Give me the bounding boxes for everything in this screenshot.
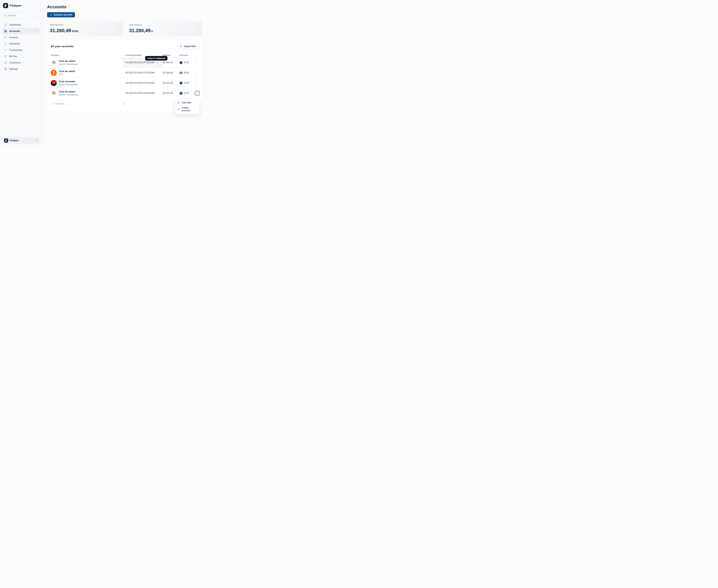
row-kebab-menu-icon[interactable] xyxy=(195,71,199,75)
sidebar-item-dashboard[interactable]: Dashboard xyxy=(2,22,40,28)
sidebar-item-accounts[interactable]: Accounts xyxy=(2,28,40,34)
card-label: RON amount xyxy=(50,24,120,26)
row-kebab-menu-icon[interactable] xyxy=(195,61,199,64)
summary-cards: RON amount 31.280,49RON EUR amount 31.28… xyxy=(47,21,202,36)
edit-icon xyxy=(177,101,180,104)
connect-account-label: Connect account xyxy=(54,14,72,16)
menu-item-unlink-account[interactable]: Unlink account xyxy=(175,105,200,113)
users-icon xyxy=(4,61,7,64)
finalyer-logo-icon xyxy=(4,139,8,143)
sort-desc-icon xyxy=(59,54,62,56)
sidebar-nav: Dashboard Accounts xyxy=(2,22,40,72)
trash-icon xyxy=(177,108,180,111)
account-bank: Banca Transilvania xyxy=(59,63,78,66)
menu-item-label: Unlink account xyxy=(182,106,197,112)
account-name: Cont de salarii xyxy=(59,90,78,93)
search-box[interactable] xyxy=(2,13,40,18)
account-number-cell[interactable]: RO10BTRLEURCRT029394 xyxy=(125,78,163,88)
svg-text:BT: BT xyxy=(53,92,55,94)
account-balance: 50.304,40 xyxy=(163,92,179,94)
search-input[interactable] xyxy=(8,14,38,17)
chevron-down-icon xyxy=(36,30,38,32)
previous-page-button[interactable]: Previous xyxy=(51,103,65,105)
connect-account-button[interactable]: Connect account xyxy=(47,12,75,17)
filter-icon xyxy=(180,45,183,48)
row-kebab-menu-icon[interactable] xyxy=(195,81,199,85)
up-down-chevron-icon xyxy=(36,139,38,142)
card-arrow-up-icon xyxy=(4,55,7,58)
page-number[interactable]: 1 xyxy=(124,103,125,105)
eu-flag-icon xyxy=(179,91,183,95)
red-black-bank-logo xyxy=(51,80,57,86)
account-number: RO10BTRLRONCRT029394 xyxy=(125,71,155,74)
account-number-cell[interactable]: RO10BTRLRONCRT029394 xyxy=(125,88,163,98)
row-context-menu: Edit alias Unlink account xyxy=(175,99,200,114)
org-switcher[interactable]: Finalyer xyxy=(2,137,40,144)
eur-amount-card: EUR amount 31.280,49€ xyxy=(126,21,202,36)
table-row[interactable]: BT Cont de salarii Banca Transilvania RO… xyxy=(51,58,199,68)
plus-icon xyxy=(50,14,52,16)
sidebar-item-payments[interactable]: Payments xyxy=(2,41,40,47)
bank-icon xyxy=(4,29,7,33)
table-row[interactable]: Cont de salarii ING RO10BTRLRONCRT029394… xyxy=(51,68,199,78)
currency-code: EUR xyxy=(184,61,189,64)
card-value: 31.280,49RON xyxy=(50,28,120,33)
column-header-account[interactable]: Account xyxy=(51,54,125,56)
table-row[interactable]: Cont secundar Banca Transilvania RO10BTR… xyxy=(51,78,199,88)
account-number: RO10BTRLRONCRT029394 xyxy=(125,92,155,94)
apply-filter-button[interactable]: Apply filter xyxy=(177,44,199,49)
sidebar-item-transactions[interactable]: Transactions xyxy=(2,47,40,53)
sidebar-item-label: Customers xyxy=(9,61,21,64)
brand-name: Finlayer xyxy=(10,4,22,7)
finlayer-logo-icon xyxy=(3,3,8,8)
account-name: Cont de salarii xyxy=(59,70,75,73)
brand: Finlayer xyxy=(2,3,40,8)
copy-icon[interactable] xyxy=(156,61,159,64)
kebab-menu-icon[interactable] xyxy=(196,23,200,27)
kebab-menu-icon[interactable] xyxy=(117,23,121,27)
table-row[interactable]: BT Cont de salarii Banca Transilvania RO… xyxy=(51,88,199,98)
menu-item-label: Edit alias xyxy=(182,101,191,104)
sidebar-item-label: Payments xyxy=(9,42,20,45)
swap-arrows-icon xyxy=(4,48,7,51)
eu-flag-icon xyxy=(179,81,183,85)
sidebar-item-label: Transactions xyxy=(9,49,23,51)
account-name: Cont de salarii xyxy=(59,59,78,63)
main-content: Accounts Connect account RON amount 31.2… xyxy=(42,0,207,147)
account-number: RO10BTRLEURCRT029394 xyxy=(125,61,155,64)
row-kebab-menu-icon[interactable] xyxy=(195,91,200,96)
search-icon xyxy=(4,14,7,17)
currency-code: EUR xyxy=(184,92,189,94)
invoice-plus-icon xyxy=(4,36,7,39)
currency-code: EUR xyxy=(184,82,189,84)
arrow-left-icon xyxy=(51,103,54,105)
gear-icon xyxy=(4,67,7,70)
sidebar-item-label: Bill Pay xyxy=(9,55,17,58)
sidebar-item-bill-pay[interactable]: Bill Pay xyxy=(2,53,40,59)
bar-chart-icon xyxy=(4,23,7,26)
svg-text:BT: BT xyxy=(53,62,55,63)
org-name: Finalyer xyxy=(10,139,19,142)
account-bank: Banca Transilvania xyxy=(59,93,78,96)
sidebar: Finlayer Dashboard xyxy=(0,0,42,147)
ron-amount-card: RON amount 31.280,49RON xyxy=(47,21,123,36)
previous-label: Previous xyxy=(55,103,64,105)
eu-flag-icon xyxy=(179,61,183,64)
accounts-table-card: All your accounts Apply filter Account xyxy=(47,40,202,112)
sidebar-item-customers[interactable]: Customers xyxy=(2,59,40,66)
account-balance: 50.304,40 xyxy=(163,61,179,64)
table-header: Account Account number Balance Currency xyxy=(51,53,199,58)
sidebar-item-label: Accounts xyxy=(9,30,20,33)
sidebar-item-invoices[interactable]: Invoices xyxy=(2,34,40,41)
account-number: RO10BTRLEURCRT029394 xyxy=(125,82,155,84)
currency-code: RON xyxy=(184,71,189,74)
table-title: All your accounts xyxy=(51,45,74,48)
account-number-cell[interactable]: RO10BTRLRONCRT029394 xyxy=(125,68,163,78)
account-bank: ING xyxy=(59,73,75,76)
card-label: EUR amount xyxy=(129,24,200,26)
column-header-currency[interactable]: Currency xyxy=(179,54,194,56)
account-bank: Banca Transilvania xyxy=(59,83,78,86)
ro-flag-icon xyxy=(179,71,183,75)
menu-item-edit-alias[interactable]: Edit alias xyxy=(175,100,200,105)
sidebar-item-settings[interactable]: Settings xyxy=(2,66,40,72)
